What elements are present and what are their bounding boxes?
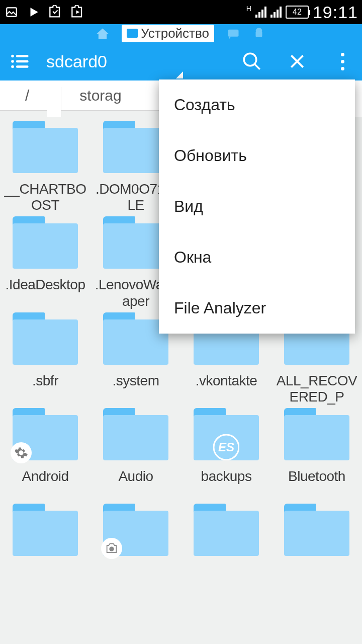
folder-icon [284,408,349,460]
folder-label: .sbfr [32,373,58,405]
folder-icon [194,504,259,556]
folder-item[interactable]: Bluetooth [272,408,362,501]
folder-label: Audio [118,468,153,501]
bag-play-icon [70,5,85,20]
svg-text:ES: ES [218,440,234,454]
folder-item[interactable]: Android [0,408,90,501]
tab-device[interactable]: Устройство [122,25,214,42]
folder-icon [13,216,78,269]
folder-item[interactable]: ESbackups [181,408,272,501]
crumb-root[interactable]: / [0,87,54,104]
folder-icon [103,408,168,460]
folder-item[interactable] [272,504,362,596]
folder-icon [103,504,168,556]
home-icon[interactable] [96,27,110,40]
folder-item[interactable]: .sbfr [0,312,90,405]
svg-point-11 [244,53,256,66]
menu-button[interactable] [7,51,32,71]
menu-windows[interactable]: Окна [159,232,355,283]
location-title[interactable]: sdcard0 [46,52,107,71]
top-tabs: Устройство [0,24,362,42]
menu-create[interactable]: Создать [159,79,355,130]
folder-icon [13,408,78,460]
battery-icon: 42 [286,6,309,19]
svg-point-14 [109,547,114,551]
folder-icon: ES [194,408,259,460]
android-icon[interactable] [252,27,266,40]
svg-rect-1 [228,30,239,37]
folder-label: __CHARTBOOST [2,181,89,213]
camera-badge-icon [101,538,122,559]
folder-icon [13,312,78,365]
folder-item[interactable] [181,504,272,596]
svg-rect-10 [16,65,29,67]
sd-icon [127,29,138,38]
folder-label: Bluetooth [288,468,345,501]
folder-item[interactable]: .IdeaDesktop [0,216,90,309]
folder-icon [284,504,349,556]
svg-rect-2 [256,31,262,37]
menu-analyzer[interactable]: File Analyzer [159,283,355,334]
chat-icon[interactable] [226,27,240,40]
image-icon [4,5,19,20]
signal-2-icon [270,7,282,18]
overflow-button[interactable] [330,49,355,74]
svg-point-7 [11,60,14,63]
menu-refresh[interactable]: Обновить [159,130,355,181]
folder-item[interactable] [90,504,181,596]
folder-label: .IdeaDesktop [6,277,85,309]
dropdown-indicator-icon [176,71,183,78]
svg-rect-6 [16,55,29,57]
signal-1-icon [255,7,266,18]
context-menu: Создать Обновить Вид Окна File Analyzer [159,79,355,334]
es-badge-icon: ES [213,434,239,460]
folder-label: .system [113,373,159,405]
folder-icon [13,504,78,556]
network-h-label: H [246,5,251,13]
battery-level: 42 [293,8,302,17]
clock: 19:11 [313,3,358,22]
search-button[interactable] [239,49,264,74]
folder-item[interactable]: Audio [90,408,181,501]
folder-label: ALL_RECOVERED_P [273,373,360,405]
folder-label: backups [201,468,252,501]
folder-icon [13,121,78,173]
status-bar: H 42 19:11 [0,0,362,24]
menu-view[interactable]: Вид [159,181,355,232]
gear-badge-icon [11,442,32,463]
folder-item[interactable]: __CHARTBOOST [0,121,90,213]
close-button[interactable] [285,49,310,74]
play-icon [26,5,41,20]
svg-point-5 [11,55,14,58]
svg-rect-8 [16,60,29,62]
tab-device-label: Устройство [141,26,209,41]
folder-item[interactable] [0,504,90,596]
svg-point-9 [11,65,14,68]
folder-label: Android [22,468,68,501]
bag-check-icon [48,5,63,20]
folder-label: .vkontakte [196,373,257,405]
